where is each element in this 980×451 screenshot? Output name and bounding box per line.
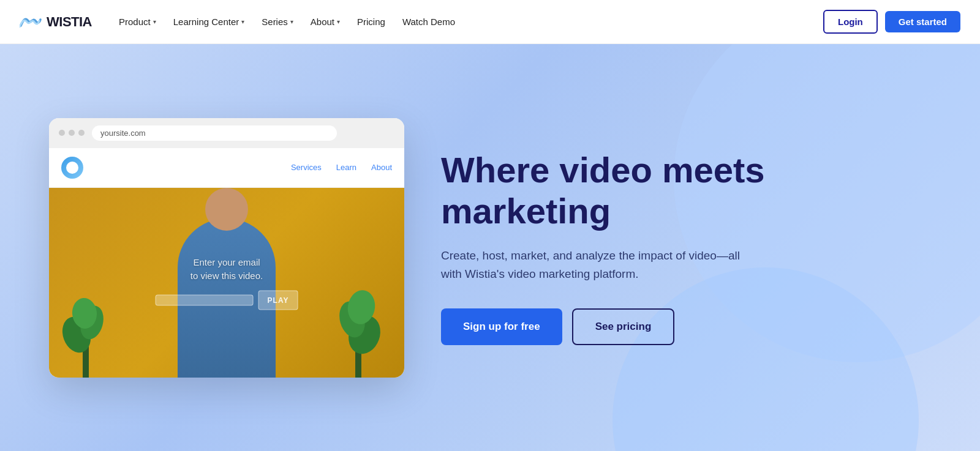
hero-title: Where video meets marketing: [441, 150, 931, 231]
email-overlay: Enter your email to view this video. PLA…: [156, 255, 298, 310]
site-logo: [61, 157, 83, 179]
email-prompt-text: Enter your email to view this video.: [156, 255, 298, 283]
plant-right-decoration: [331, 286, 386, 378]
site-nav: Services Learn About: [49, 148, 404, 188]
header-right: Login Get started: [823, 10, 960, 34]
video-container: Enter your email to view this video. PLA…: [49, 188, 404, 378]
browser-dot-2: [69, 130, 75, 136]
site-nav-about[interactable]: About: [371, 163, 392, 172]
nav-about[interactable]: About ▾: [303, 12, 347, 32]
hero-text: Where video meets marketing Create, host…: [441, 150, 931, 345]
site-nav-links: Services Learn About: [291, 163, 392, 172]
nav-product[interactable]: Product ▾: [111, 12, 164, 32]
nav-series[interactable]: Series ▾: [254, 12, 301, 32]
nav-learning-center[interactable]: Learning Center ▾: [166, 12, 252, 32]
browser-mockup: Services Learn About: [49, 118, 404, 378]
browser-dots: [59, 130, 85, 136]
browser-dot-1: [59, 130, 65, 136]
video-background: Enter your email to view this video. PLA…: [49, 188, 404, 378]
login-button[interactable]: Login: [823, 10, 878, 34]
header: WISTIA Product ▾ Learning Center ▾ Serie…: [0, 0, 980, 44]
chevron-down-icon: ▾: [153, 18, 156, 25]
see-pricing-button[interactable]: See pricing: [572, 308, 675, 345]
get-started-button[interactable]: Get started: [885, 11, 960, 32]
email-input-row: PLAY: [156, 290, 298, 310]
email-input-mock[interactable]: [156, 294, 254, 305]
hero-subtitle: Create, host, market, and analyze the im…: [441, 247, 760, 284]
chevron-down-icon: ▾: [241, 18, 244, 25]
site-logo-inner: [66, 162, 78, 174]
logo[interactable]: WISTIA: [20, 14, 92, 30]
browser-url-bar[interactable]: [92, 125, 337, 141]
chevron-down-icon: ▾: [337, 18, 340, 25]
play-button[interactable]: PLAY: [258, 290, 298, 310]
browser-bar: [49, 118, 404, 148]
logo-text: WISTIA: [47, 14, 92, 30]
nav-pricing[interactable]: Pricing: [350, 12, 393, 32]
site-nav-services[interactable]: Services: [291, 163, 322, 172]
site-nav-learn[interactable]: Learn: [336, 163, 356, 172]
browser-content: Services Learn About: [49, 148, 404, 378]
hero-buttons: Sign up for free See pricing: [441, 308, 931, 345]
signup-button[interactable]: Sign up for free: [441, 308, 562, 345]
chevron-down-icon: ▾: [290, 18, 293, 25]
wistia-logo-icon: [20, 15, 42, 29]
nav-watch-demo[interactable]: Watch Demo: [395, 12, 462, 32]
browser-dot-3: [78, 130, 85, 136]
plant-left-decoration: [61, 292, 110, 378]
header-left: WISTIA Product ▾ Learning Center ▾ Serie…: [20, 12, 462, 32]
main-nav: Product ▾ Learning Center ▾ Series ▾ Abo…: [111, 12, 462, 32]
hero-section: Services Learn About: [0, 44, 980, 451]
person-head: [205, 188, 248, 231]
